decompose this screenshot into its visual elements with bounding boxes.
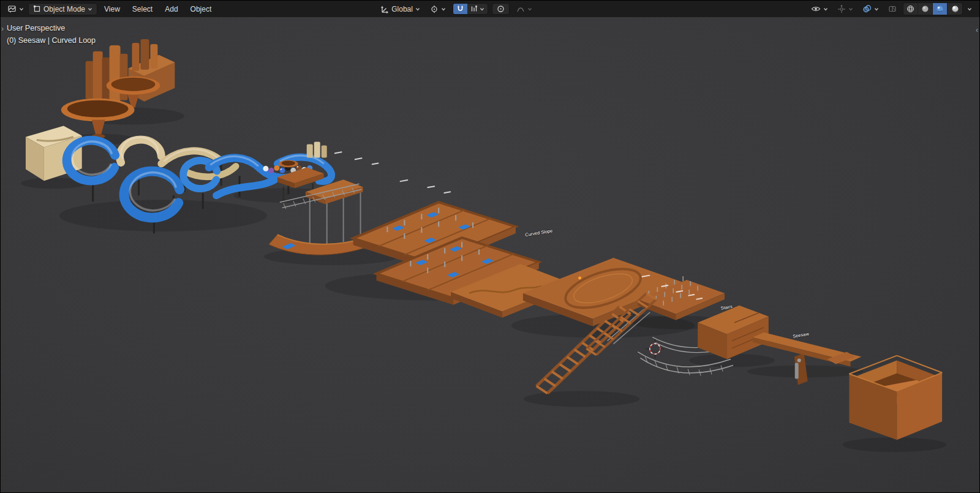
xray-icon bbox=[888, 5, 897, 13]
chevron-down-icon bbox=[527, 7, 532, 12]
mode-dropdown[interactable]: Object Mode bbox=[28, 3, 97, 15]
chevron-down-icon bbox=[415, 7, 420, 12]
3d-cursor bbox=[646, 339, 664, 359]
editor-type-icon bbox=[7, 4, 17, 13]
shading-material-button[interactable] bbox=[933, 3, 948, 15]
chevron-down-icon bbox=[848, 7, 853, 12]
header-right bbox=[808, 2, 976, 15]
proportional-falloff-dropdown[interactable] bbox=[513, 4, 535, 15]
3d-viewport[interactable]: Curved Slope Stairs Seesaw User Perspect… bbox=[1, 17, 979, 492]
snapping-group bbox=[453, 3, 488, 15]
pivot-point-icon bbox=[430, 5, 439, 13]
menu-add[interactable]: Add bbox=[159, 3, 183, 15]
shading-solid-button[interactable] bbox=[918, 3, 933, 15]
overlays-icon bbox=[862, 5, 872, 13]
mode-dropdown-label: Object Mode bbox=[43, 5, 85, 13]
magnet-icon bbox=[456, 5, 464, 13]
pivot-point-dropdown[interactable] bbox=[427, 4, 449, 15]
transform-orientation-dropdown[interactable]: Global bbox=[377, 4, 423, 15]
shading-wireframe-button[interactable] bbox=[903, 3, 918, 15]
rendered-shading-icon bbox=[951, 5, 959, 13]
object-label-curved-slope: Curved Slope bbox=[525, 228, 553, 238]
menu-object[interactable]: Object bbox=[185, 3, 217, 15]
chevron-down-icon bbox=[874, 7, 879, 12]
gizmo-icon bbox=[837, 5, 846, 13]
blender-window: Object Mode View Select Add Object bbox=[0, 0, 980, 493]
snap-settings-dropdown[interactable] bbox=[467, 4, 488, 14]
shading-mode-group bbox=[903, 2, 963, 15]
chevron-down-icon bbox=[19, 7, 24, 12]
transform-orientation-icon bbox=[380, 5, 389, 13]
falloff-curve-icon bbox=[516, 5, 525, 13]
scene-object-end-box[interactable] bbox=[827, 352, 943, 440]
viewport-canvas[interactable]: Curved Slope Stairs Seesaw bbox=[1, 17, 979, 492]
shading-rendered-button[interactable] bbox=[948, 3, 962, 15]
proportional-editing-toggle[interactable] bbox=[492, 3, 510, 15]
header-left: Object Mode View Select Add Object bbox=[4, 3, 217, 15]
proportional-editing-icon bbox=[497, 5, 505, 13]
object-label-seesaw: Seesaw bbox=[793, 331, 810, 339]
overlays-dropdown[interactable] bbox=[859, 4, 882, 14]
chevron-down-icon bbox=[480, 7, 484, 12]
snap-settings-icon bbox=[470, 5, 478, 13]
xray-toggle[interactable] bbox=[885, 4, 900, 14]
material-shading-icon bbox=[936, 5, 944, 13]
snap-toggle[interactable] bbox=[453, 4, 467, 14]
scene-object-funnels[interactable] bbox=[61, 77, 160, 139]
viewport-header: Object Mode View Select Add Object bbox=[1, 1, 979, 18]
object-mode-icon bbox=[33, 5, 41, 13]
orientation-label: Global bbox=[391, 5, 413, 13]
menu-view[interactable]: View bbox=[99, 3, 126, 15]
chevron-down-icon bbox=[441, 7, 446, 12]
solid-shading-icon bbox=[921, 5, 929, 13]
chevron-down-icon bbox=[823, 7, 828, 12]
shading-dropdown[interactable] bbox=[966, 6, 973, 13]
sidebar-toggle-arrow[interactable]: ‹ bbox=[976, 26, 978, 34]
editor-type-button[interactable] bbox=[4, 3, 27, 15]
toolbar-toggle-arrow[interactable]: › bbox=[1, 25, 4, 32]
wireframe-shading-icon bbox=[907, 5, 914, 13]
scene-object-stairs-box[interactable] bbox=[698, 306, 769, 359]
gizmos-dropdown[interactable] bbox=[834, 4, 856, 15]
menu-select[interactable]: Select bbox=[127, 3, 158, 15]
object-visibility-dropdown[interactable] bbox=[808, 4, 831, 14]
chevron-down-icon bbox=[88, 7, 92, 12]
object-origin-dot bbox=[578, 276, 581, 279]
header-center: Global bbox=[377, 3, 535, 15]
visibility-eye-icon bbox=[811, 5, 821, 13]
chevron-down-icon bbox=[967, 7, 972, 12]
